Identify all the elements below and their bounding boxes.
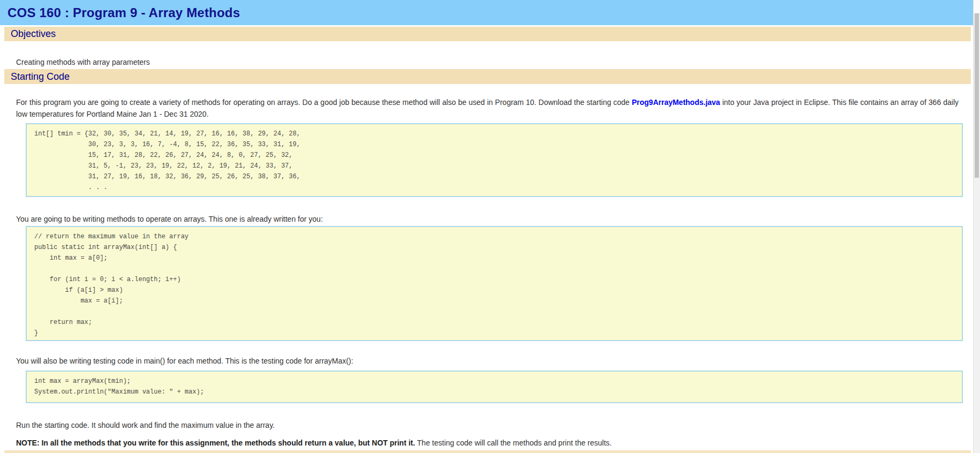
testing-intro-text: You will also be writing testing code in… [16, 356, 353, 366]
arraymax-method-code-block: // return the maximum value in the array… [26, 226, 963, 341]
starting-code-intro-paragraph: For this program you are going to create… [16, 96, 959, 120]
section-header-starting-code: Starting Code [4, 69, 971, 84]
objectives-heading: Objectives [11, 28, 56, 40]
prog9-download-link[interactable]: Prog9ArrayMethods.java [632, 98, 720, 107]
testing-code-block: int max = arrayMax(tmin); System.out.pri… [26, 371, 963, 403]
section-header-objectives: Objectives [4, 27, 971, 41]
already-written-text: You are going to be writing methods to o… [16, 214, 323, 224]
note-paragraph: NOTE: In all the methods that you write … [16, 438, 959, 448]
starting-code-heading: Starting Code [11, 71, 70, 82]
next-section-bar-partial [4, 450, 971, 453]
assignment-page: COS 160 : Program 9 - Array Methods Obje… [0, 0, 973, 453]
scrollbar-up-button[interactable] [974, 0, 980, 13]
page-title-bar: COS 160 : Program 9 - Array Methods [0, 0, 973, 25]
note-bold-text: NOTE: In all the methods that you write … [16, 439, 415, 447]
tmin-array-code-block: int[] tmin = {32, 30, 35, 34, 21, 14, 19… [26, 123, 963, 197]
page-title: COS 160 : Program 9 - Array Methods [7, 5, 240, 20]
vertical-scrollbar[interactable] [973, 0, 980, 453]
note-rest-text: The testing code will call the methods a… [415, 439, 612, 447]
intro-text-before-link: For this program you are going to create… [16, 98, 632, 107]
scrollbar-thumb[interactable] [975, 13, 979, 178]
run-starting-code-text: Run the starting code. It should work an… [16, 420, 275, 430]
objectives-text: Creating methods with array parameters [16, 57, 150, 67]
